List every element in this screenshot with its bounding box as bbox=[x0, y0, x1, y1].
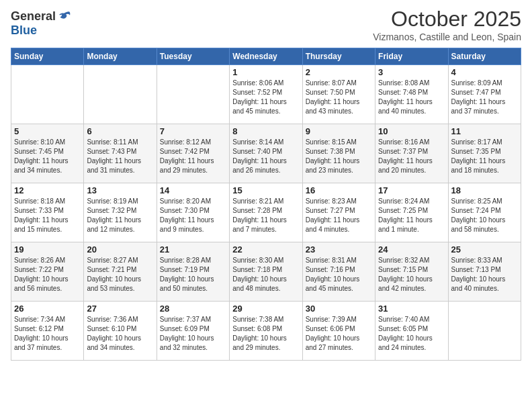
day-number: 2 bbox=[306, 67, 372, 77]
day-info: Sunrise: 8:18 AMSunset: 7:33 PMDaylight:… bbox=[14, 197, 81, 234]
day-number: 7 bbox=[160, 126, 226, 136]
day-info: Sunrise: 8:32 AMSunset: 7:15 PMDaylight:… bbox=[378, 256, 445, 293]
day-info: Sunrise: 8:28 AMSunset: 7:19 PMDaylight:… bbox=[160, 256, 226, 293]
calendar-cell: 18Sunrise: 8:25 AMSunset: 7:24 PMDayligh… bbox=[448, 183, 521, 242]
calendar-cell: 8Sunrise: 8:14 AMSunset: 7:40 PMDaylight… bbox=[230, 124, 302, 183]
calendar-cell bbox=[11, 65, 84, 124]
day-info: Sunrise: 7:37 AMSunset: 6:09 PMDaylight:… bbox=[160, 315, 226, 353]
day-info: Sunrise: 8:07 AMSunset: 7:50 PMDaylight:… bbox=[306, 79, 372, 116]
day-info: Sunrise: 8:12 AMSunset: 7:42 PMDaylight:… bbox=[160, 138, 226, 175]
logo-general: General bbox=[11, 10, 56, 24]
calendar-week-row: 5Sunrise: 8:10 AMSunset: 7:45 PMDaylight… bbox=[11, 124, 521, 183]
calendar-cell: 2Sunrise: 8:07 AMSunset: 7:50 PMDaylight… bbox=[302, 65, 375, 124]
day-number: 11 bbox=[451, 126, 518, 136]
weekday-header-monday: Monday bbox=[84, 48, 157, 65]
day-number: 3 bbox=[378, 67, 445, 77]
day-info: Sunrise: 8:21 AMSunset: 7:28 PMDaylight:… bbox=[232, 197, 299, 234]
day-number: 12 bbox=[14, 185, 81, 195]
day-number: 17 bbox=[378, 185, 445, 195]
calendar-cell: 9Sunrise: 8:15 AMSunset: 7:38 PMDaylight… bbox=[302, 124, 375, 183]
calendar-cell: 28Sunrise: 7:37 AMSunset: 6:09 PMDayligh… bbox=[157, 302, 229, 361]
calendar-cell bbox=[448, 302, 521, 361]
day-number: 18 bbox=[451, 185, 518, 195]
calendar-cell: 16Sunrise: 8:23 AMSunset: 7:27 PMDayligh… bbox=[302, 183, 375, 242]
calendar-cell: 6Sunrise: 8:11 AMSunset: 7:43 PMDaylight… bbox=[84, 124, 157, 183]
day-info: Sunrise: 8:14 AMSunset: 7:40 PMDaylight:… bbox=[232, 138, 299, 175]
day-number: 21 bbox=[160, 244, 226, 255]
calendar-cell: 15Sunrise: 8:21 AMSunset: 7:28 PMDayligh… bbox=[230, 183, 302, 242]
calendar-page: General Blue October 2025 Vizmanos, Cast… bbox=[0, 0, 532, 411]
day-number: 27 bbox=[87, 304, 153, 314]
month-title: October 2025 bbox=[373, 7, 521, 32]
day-info: Sunrise: 8:30 AMSunset: 7:18 PMDaylight:… bbox=[232, 256, 299, 293]
day-number: 23 bbox=[306, 244, 372, 255]
calendar-cell bbox=[157, 65, 229, 124]
day-info: Sunrise: 8:09 AMSunset: 7:47 PMDaylight:… bbox=[451, 79, 518, 116]
day-info: Sunrise: 8:27 AMSunset: 7:21 PMDaylight:… bbox=[87, 256, 153, 293]
day-number: 20 bbox=[87, 244, 153, 255]
day-number: 19 bbox=[14, 244, 81, 255]
day-number: 1 bbox=[232, 67, 299, 77]
calendar-cell: 13Sunrise: 8:19 AMSunset: 7:32 PMDayligh… bbox=[84, 183, 157, 242]
day-number: 5 bbox=[14, 126, 81, 136]
day-number: 22 bbox=[232, 244, 299, 255]
day-info: Sunrise: 7:38 AMSunset: 6:08 PMDaylight:… bbox=[232, 315, 299, 353]
day-info: Sunrise: 8:20 AMSunset: 7:30 PMDaylight:… bbox=[160, 197, 226, 234]
day-info: Sunrise: 8:25 AMSunset: 7:24 PMDaylight:… bbox=[451, 197, 518, 234]
day-number: 29 bbox=[232, 304, 299, 314]
calendar-cell: 4Sunrise: 8:09 AMSunset: 7:47 PMDaylight… bbox=[448, 65, 521, 124]
day-info: Sunrise: 8:08 AMSunset: 7:48 PMDaylight:… bbox=[378, 79, 445, 116]
day-number: 28 bbox=[160, 304, 226, 314]
day-number: 9 bbox=[306, 126, 372, 136]
day-info: Sunrise: 8:24 AMSunset: 7:25 PMDaylight:… bbox=[378, 197, 445, 234]
calendar-cell: 29Sunrise: 7:38 AMSunset: 6:08 PMDayligh… bbox=[230, 302, 302, 361]
day-info: Sunrise: 8:06 AMSunset: 7:52 PMDaylight:… bbox=[232, 79, 299, 116]
day-info: Sunrise: 8:16 AMSunset: 7:37 PMDaylight:… bbox=[378, 138, 445, 175]
day-number: 25 bbox=[451, 244, 518, 255]
day-info: Sunrise: 7:39 AMSunset: 6:06 PMDaylight:… bbox=[306, 315, 372, 353]
calendar-week-row: 26Sunrise: 7:34 AMSunset: 6:12 PMDayligh… bbox=[11, 302, 521, 361]
day-info: Sunrise: 8:33 AMSunset: 7:13 PMDaylight:… bbox=[451, 256, 518, 293]
calendar-cell: 25Sunrise: 8:33 AMSunset: 7:13 PMDayligh… bbox=[448, 242, 521, 302]
day-number: 16 bbox=[306, 185, 372, 195]
day-number: 15 bbox=[232, 185, 299, 195]
calendar-cell: 5Sunrise: 8:10 AMSunset: 7:45 PMDaylight… bbox=[11, 124, 84, 183]
calendar-week-row: 19Sunrise: 8:26 AMSunset: 7:22 PMDayligh… bbox=[11, 242, 521, 302]
calendar-cell: 17Sunrise: 8:24 AMSunset: 7:25 PMDayligh… bbox=[375, 183, 448, 242]
calendar-cell bbox=[84, 65, 157, 124]
logo: General Blue bbox=[11, 9, 72, 38]
calendar-table: SundayMondayTuesdayWednesdayThursdayFrid… bbox=[11, 48, 521, 361]
calendar-week-row: 12Sunrise: 8:18 AMSunset: 7:33 PMDayligh… bbox=[11, 183, 521, 242]
calendar-cell: 7Sunrise: 8:12 AMSunset: 7:42 PMDaylight… bbox=[157, 124, 229, 183]
day-info: Sunrise: 8:17 AMSunset: 7:35 PMDaylight:… bbox=[451, 138, 518, 175]
weekday-header-thursday: Thursday bbox=[302, 48, 375, 65]
calendar-cell: 22Sunrise: 8:30 AMSunset: 7:18 PMDayligh… bbox=[230, 242, 302, 302]
day-number: 6 bbox=[87, 126, 153, 136]
day-number: 31 bbox=[378, 304, 445, 314]
day-info: Sunrise: 8:15 AMSunset: 7:38 PMDaylight:… bbox=[306, 138, 372, 175]
day-number: 14 bbox=[160, 185, 226, 195]
calendar-cell: 23Sunrise: 8:31 AMSunset: 7:16 PMDayligh… bbox=[302, 242, 375, 302]
calendar-cell: 21Sunrise: 8:28 AMSunset: 7:19 PMDayligh… bbox=[157, 242, 229, 302]
day-number: 8 bbox=[232, 126, 299, 136]
day-number: 24 bbox=[378, 244, 445, 255]
calendar-cell: 12Sunrise: 8:18 AMSunset: 7:33 PMDayligh… bbox=[11, 183, 84, 242]
title-block: October 2025 Vizmanos, Castille and Leon… bbox=[373, 7, 521, 42]
weekday-header-row: SundayMondayTuesdayWednesdayThursdayFrid… bbox=[11, 48, 521, 65]
day-number: 10 bbox=[378, 126, 445, 136]
header: General Blue October 2025 Vizmanos, Cast… bbox=[11, 7, 521, 42]
calendar-cell: 26Sunrise: 7:34 AMSunset: 6:12 PMDayligh… bbox=[11, 302, 84, 361]
day-info: Sunrise: 8:11 AMSunset: 7:43 PMDaylight:… bbox=[87, 138, 153, 175]
day-number: 26 bbox=[14, 304, 81, 314]
weekday-header-tuesday: Tuesday bbox=[157, 48, 229, 65]
day-number: 4 bbox=[451, 67, 518, 77]
calendar-cell: 1Sunrise: 8:06 AMSunset: 7:52 PMDaylight… bbox=[230, 65, 302, 124]
location: Vizmanos, Castille and Leon, Spain bbox=[373, 32, 521, 42]
calendar-cell: 24Sunrise: 8:32 AMSunset: 7:15 PMDayligh… bbox=[375, 242, 448, 302]
day-info: Sunrise: 8:26 AMSunset: 7:22 PMDaylight:… bbox=[14, 256, 81, 293]
calendar-cell: 14Sunrise: 8:20 AMSunset: 7:30 PMDayligh… bbox=[157, 183, 229, 242]
weekday-header-wednesday: Wednesday bbox=[230, 48, 302, 65]
weekday-header-saturday: Saturday bbox=[448, 48, 521, 65]
day-info: Sunrise: 8:19 AMSunset: 7:32 PMDaylight:… bbox=[87, 197, 153, 234]
day-info: Sunrise: 8:23 AMSunset: 7:27 PMDaylight:… bbox=[306, 197, 372, 234]
